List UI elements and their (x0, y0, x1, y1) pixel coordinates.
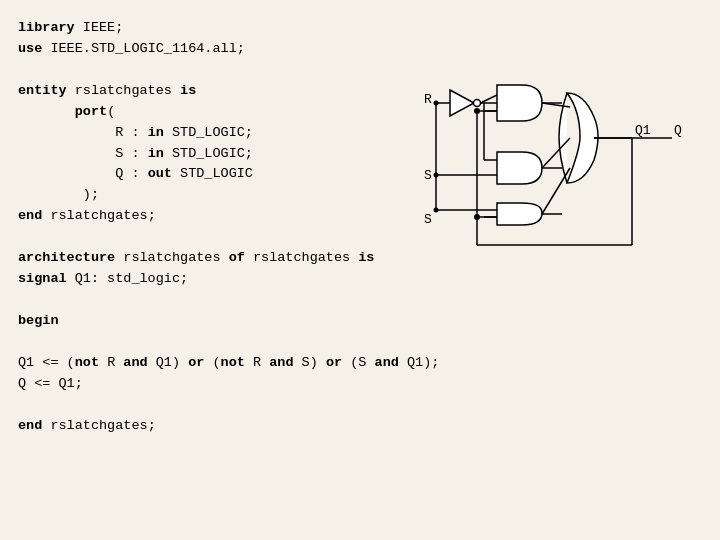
code-line-11 (18, 227, 439, 248)
code-line-5: port( (18, 102, 439, 123)
code-block: library IEEE; use IEEE.STD_LOGIC_1164.al… (18, 18, 439, 436)
q1-output-label: Q1 (635, 123, 651, 138)
code-line-17: Q1 <= (not R and Q1) or (not R and S) or… (18, 353, 439, 374)
r-label: R (424, 92, 432, 107)
code-line-14 (18, 290, 439, 311)
code-line-13: signal Q1: std_logic; (18, 269, 439, 290)
code-line-20: end rslatchgates; (18, 416, 439, 437)
svg-marker-0 (450, 90, 474, 116)
code-line-4: entity rslatchgates is (18, 81, 439, 102)
s-label: S (424, 212, 432, 227)
svg-point-31 (434, 208, 439, 213)
code-line-7: S : in STD_LOGIC; (18, 144, 439, 165)
code-line-19 (18, 395, 439, 416)
code-line-9: ); (18, 185, 439, 206)
code-line-15: begin (18, 311, 439, 332)
code-line-12: architecture rslatchgates of rslatchgate… (18, 248, 439, 269)
logic-diagram: R S (422, 55, 702, 275)
code-line-10: end rslatchgates; (18, 206, 439, 227)
code-line-18: Q <= Q1; (18, 374, 439, 395)
code-line-16 (18, 332, 439, 353)
s-label2: S (424, 168, 432, 183)
svg-point-26 (474, 214, 480, 220)
code-line-1: library IEEE; (18, 18, 439, 39)
code-line-8: Q : out STD_LOGIC (18, 164, 439, 185)
svg-point-30 (434, 173, 439, 178)
svg-line-5 (481, 95, 498, 103)
svg-point-1 (474, 100, 481, 107)
code-line-2: use IEEE.STD_LOGIC_1164.all; (18, 39, 439, 60)
q-output-label: Q (674, 123, 682, 138)
code-line-3 (18, 60, 439, 81)
code-line-6: R : in STD_LOGIC; (18, 123, 439, 144)
svg-point-25 (474, 108, 480, 114)
